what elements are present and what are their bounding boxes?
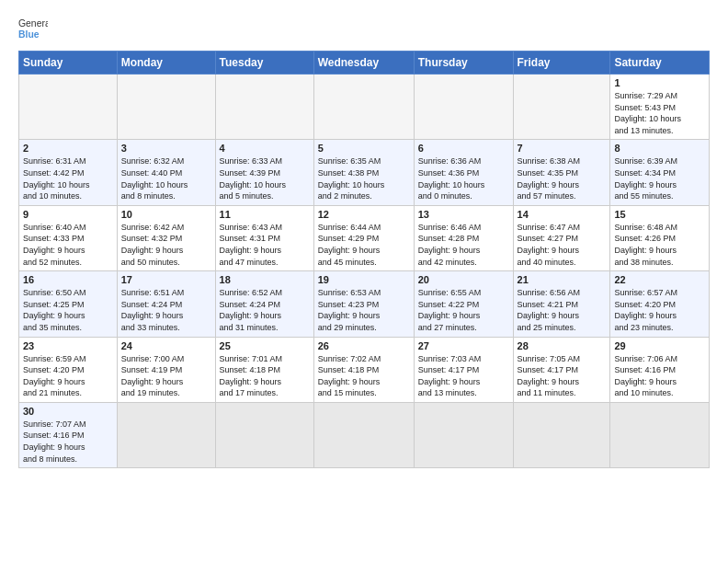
day-header-monday: Monday: [117, 52, 215, 75]
calendar-cell: 8Sunrise: 6:39 AM Sunset: 4:34 PM Daylig…: [610, 140, 710, 205]
calendar-cell: 24Sunrise: 7:00 AM Sunset: 4:19 PM Dayli…: [117, 337, 215, 402]
day-info: Sunrise: 7:00 AM Sunset: 4:19 PM Dayligh…: [121, 353, 211, 399]
calendar-cell: 6Sunrise: 6:36 AM Sunset: 4:36 PM Daylig…: [414, 140, 513, 205]
calendar-cell: [19, 75, 118, 140]
calendar-week-row: 16Sunrise: 6:50 AM Sunset: 4:25 PM Dayli…: [19, 271, 710, 337]
day-number: 17: [121, 274, 211, 285]
calendar-cell: 18Sunrise: 6:52 AM Sunset: 4:24 PM Dayli…: [215, 271, 313, 337]
calendar-week-row: 1Sunrise: 7:29 AM Sunset: 5:43 PM Daylig…: [19, 75, 710, 140]
calendar-table: SundayMondayTuesdayWednesdayThursdayFrid…: [18, 51, 710, 468]
calendar-cell: 9Sunrise: 6:40 AM Sunset: 4:33 PM Daylig…: [19, 205, 118, 270]
calendar-cell: 20Sunrise: 6:55 AM Sunset: 4:22 PM Dayli…: [414, 271, 513, 337]
calendar-cell: [513, 402, 610, 467]
calendar-cell: [313, 402, 414, 467]
calendar-cell: 15Sunrise: 6:48 AM Sunset: 4:26 PM Dayli…: [610, 205, 710, 270]
calendar-cell: [313, 75, 414, 140]
calendar-cell: 23Sunrise: 6:59 AM Sunset: 4:20 PM Dayli…: [19, 337, 118, 402]
day-number: 2: [23, 143, 113, 154]
day-header-saturday: Saturday: [610, 52, 710, 75]
day-info: Sunrise: 6:38 AM Sunset: 4:35 PM Dayligh…: [518, 155, 607, 201]
day-info: Sunrise: 7:03 AM Sunset: 4:17 PM Dayligh…: [418, 353, 509, 399]
calendar-cell: 19Sunrise: 6:53 AM Sunset: 4:23 PM Dayli…: [313, 271, 414, 337]
calendar-cell: 22Sunrise: 6:57 AM Sunset: 4:20 PM Dayli…: [610, 271, 710, 337]
day-info: Sunrise: 6:57 AM Sunset: 4:20 PM Dayligh…: [614, 287, 705, 333]
svg-text:General: General: [18, 18, 48, 29]
calendar-cell: 1Sunrise: 7:29 AM Sunset: 5:43 PM Daylig…: [610, 75, 710, 140]
calendar-cell: [215, 75, 313, 140]
day-info: Sunrise: 6:32 AM Sunset: 4:40 PM Dayligh…: [121, 155, 211, 201]
day-number: 14: [518, 209, 607, 220]
day-number: 18: [220, 274, 310, 285]
day-number: 19: [318, 274, 410, 285]
calendar-cell: 26Sunrise: 7:02 AM Sunset: 4:18 PM Dayli…: [313, 337, 414, 402]
calendar-cell: 21Sunrise: 6:56 AM Sunset: 4:21 PM Dayli…: [513, 271, 610, 337]
day-info: Sunrise: 6:59 AM Sunset: 4:20 PM Dayligh…: [23, 353, 113, 399]
day-info: Sunrise: 6:33 AM Sunset: 4:39 PM Dayligh…: [220, 155, 310, 201]
day-info: Sunrise: 6:43 AM Sunset: 4:31 PM Dayligh…: [220, 222, 310, 268]
calendar-cell: 27Sunrise: 7:03 AM Sunset: 4:17 PM Dayli…: [414, 337, 513, 402]
day-info: Sunrise: 7:07 AM Sunset: 4:16 PM Dayligh…: [23, 419, 113, 465]
day-header-sunday: Sunday: [19, 52, 118, 75]
day-number: 30: [23, 406, 113, 417]
day-number: 20: [418, 274, 509, 285]
calendar-cell: 12Sunrise: 6:44 AM Sunset: 4:29 PM Dayli…: [313, 205, 414, 270]
day-number: 24: [121, 340, 211, 351]
header: General Blue: [18, 14, 710, 43]
day-number: 29: [614, 340, 705, 351]
day-info: Sunrise: 6:56 AM Sunset: 4:21 PM Dayligh…: [518, 287, 607, 333]
day-number: 6: [418, 143, 509, 154]
day-number: 4: [220, 143, 310, 154]
day-header-thursday: Thursday: [414, 52, 513, 75]
calendar-cell: 28Sunrise: 7:05 AM Sunset: 4:17 PM Dayli…: [513, 337, 610, 402]
calendar-cell: 5Sunrise: 6:35 AM Sunset: 4:38 PM Daylig…: [313, 140, 414, 205]
day-number: 23: [23, 340, 113, 351]
calendar-header-row: SundayMondayTuesdayWednesdayThursdayFrid…: [19, 52, 710, 75]
calendar-week-row: 2Sunrise: 6:31 AM Sunset: 4:42 PM Daylig…: [19, 140, 710, 205]
day-info: Sunrise: 6:44 AM Sunset: 4:29 PM Dayligh…: [318, 222, 410, 268]
calendar-cell: 16Sunrise: 6:50 AM Sunset: 4:25 PM Dayli…: [19, 271, 118, 337]
day-info: Sunrise: 6:36 AM Sunset: 4:36 PM Dayligh…: [418, 155, 509, 201]
calendar-week-row: 30Sunrise: 7:07 AM Sunset: 4:16 PM Dayli…: [19, 402, 710, 467]
day-info: Sunrise: 6:46 AM Sunset: 4:28 PM Dayligh…: [418, 222, 509, 268]
calendar-cell: 17Sunrise: 6:51 AM Sunset: 4:24 PM Dayli…: [117, 271, 215, 337]
day-info: Sunrise: 6:40 AM Sunset: 4:33 PM Dayligh…: [23, 222, 113, 268]
calendar-cell: [414, 75, 513, 140]
day-info: Sunrise: 6:51 AM Sunset: 4:24 PM Dayligh…: [121, 287, 211, 333]
day-info: Sunrise: 6:39 AM Sunset: 4:34 PM Dayligh…: [614, 155, 705, 201]
calendar-cell: 7Sunrise: 6:38 AM Sunset: 4:35 PM Daylig…: [513, 140, 610, 205]
day-info: Sunrise: 6:47 AM Sunset: 4:27 PM Dayligh…: [518, 222, 607, 268]
calendar-cell: [117, 402, 215, 467]
day-number: 26: [318, 340, 410, 351]
day-header-wednesday: Wednesday: [313, 52, 414, 75]
day-number: 1: [614, 77, 705, 88]
day-info: Sunrise: 6:35 AM Sunset: 4:38 PM Dayligh…: [318, 155, 410, 201]
day-number: 27: [418, 340, 509, 351]
day-info: Sunrise: 6:31 AM Sunset: 4:42 PM Dayligh…: [23, 155, 113, 201]
calendar-cell: 10Sunrise: 6:42 AM Sunset: 4:32 PM Dayli…: [117, 205, 215, 270]
day-number: 28: [518, 340, 607, 351]
day-number: 11: [220, 209, 310, 220]
day-number: 12: [318, 209, 410, 220]
day-header-friday: Friday: [513, 52, 610, 75]
calendar-week-row: 9Sunrise: 6:40 AM Sunset: 4:33 PM Daylig…: [19, 205, 710, 270]
day-info: Sunrise: 6:53 AM Sunset: 4:23 PM Dayligh…: [318, 287, 410, 333]
day-header-tuesday: Tuesday: [215, 52, 313, 75]
calendar-week-row: 23Sunrise: 6:59 AM Sunset: 4:20 PM Dayli…: [19, 337, 710, 402]
day-info: Sunrise: 7:02 AM Sunset: 4:18 PM Dayligh…: [318, 353, 410, 399]
day-info: Sunrise: 6:42 AM Sunset: 4:32 PM Dayligh…: [121, 222, 211, 268]
day-info: Sunrise: 6:50 AM Sunset: 4:25 PM Dayligh…: [23, 287, 113, 333]
day-info: Sunrise: 7:29 AM Sunset: 5:43 PM Dayligh…: [614, 90, 705, 136]
day-number: 7: [518, 143, 607, 154]
calendar-cell: 11Sunrise: 6:43 AM Sunset: 4:31 PM Dayli…: [215, 205, 313, 270]
day-info: Sunrise: 6:55 AM Sunset: 4:22 PM Dayligh…: [418, 287, 509, 333]
calendar-cell: 29Sunrise: 7:06 AM Sunset: 4:16 PM Dayli…: [610, 337, 710, 402]
generalblue-logo-icon: General Blue: [18, 14, 48, 43]
day-info: Sunrise: 6:52 AM Sunset: 4:24 PM Dayligh…: [220, 287, 310, 333]
day-number: 21: [518, 274, 607, 285]
day-number: 9: [23, 209, 113, 220]
calendar-cell: 30Sunrise: 7:07 AM Sunset: 4:16 PM Dayli…: [19, 402, 118, 467]
day-number: 13: [418, 209, 509, 220]
calendar-cell: 4Sunrise: 6:33 AM Sunset: 4:39 PM Daylig…: [215, 140, 313, 205]
day-info: Sunrise: 7:01 AM Sunset: 4:18 PM Dayligh…: [220, 353, 310, 399]
day-number: 3: [121, 143, 211, 154]
